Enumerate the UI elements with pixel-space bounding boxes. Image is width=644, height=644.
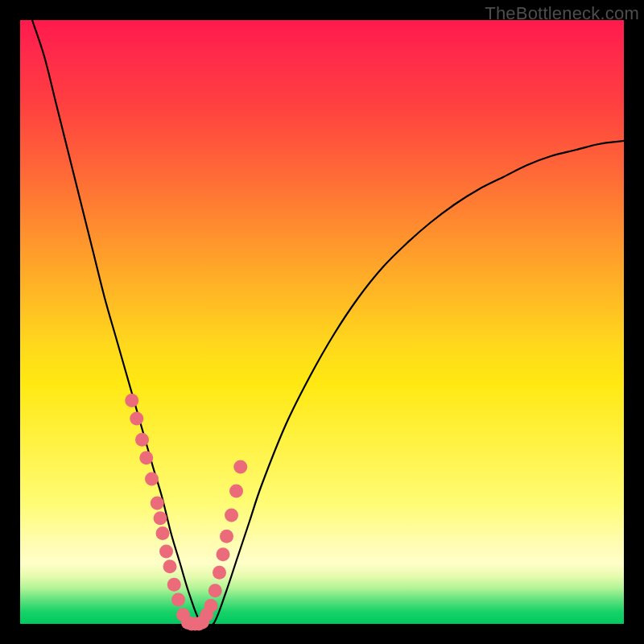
data-point — [154, 511, 167, 525]
chart-frame: TheBottleneck.com — [0, 0, 644, 644]
data-point — [229, 485, 243, 498]
data-point — [225, 509, 238, 522]
data-point — [159, 545, 173, 559]
data-point — [208, 584, 222, 597]
data-point — [135, 433, 149, 447]
plot-area — [20, 20, 624, 624]
curve-layer — [20, 20, 624, 624]
data-point — [171, 593, 185, 607]
bottleneck-curve — [32, 20, 624, 628]
data-point — [220, 530, 233, 543]
data-point — [217, 547, 230, 561]
data-point — [151, 497, 164, 510]
curve-dots — [125, 394, 247, 631]
data-point — [163, 559, 177, 573]
data-point — [233, 460, 247, 474]
data-point — [125, 394, 138, 407]
data-point — [145, 473, 159, 486]
data-point — [130, 412, 143, 426]
data-point — [156, 526, 170, 540]
data-point — [139, 451, 153, 464]
data-point — [213, 566, 226, 580]
data-point — [204, 599, 218, 613]
data-point — [167, 578, 181, 592]
